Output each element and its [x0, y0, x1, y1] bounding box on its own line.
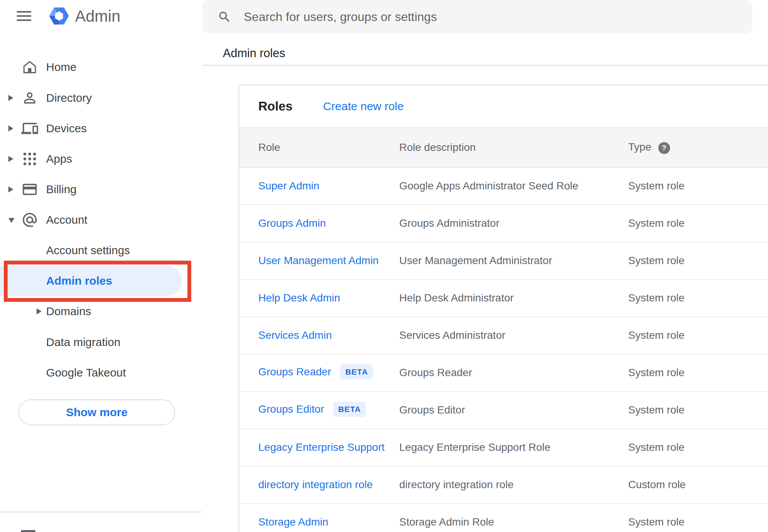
sidebar-item-google-takeout[interactable]: Google Takeout	[0, 357, 202, 388]
role-link[interactable]: Legacy Enterprise Support	[258, 441, 385, 453]
role-description-cell: Help Desk Administrator	[380, 279, 609, 317]
search-bar[interactable]	[202, 0, 752, 34]
table-row: Groups EditorBETAGroups EditorSystem rol…	[239, 391, 768, 429]
help-icon[interactable]: ?	[658, 142, 670, 154]
sidebar-item-label: Google Takeout	[46, 366, 126, 379]
sidebar-item-label: Directory	[46, 91, 92, 104]
sidebar-item-admin-roles[interactable]: Admin roles	[0, 266, 182, 296]
home-icon	[21, 59, 38, 75]
table-row: Legacy Enterprise SupportLegacy Enterpri…	[239, 429, 768, 466]
table-row: Groups ReaderBETAGroups ReaderSystem rol…	[239, 354, 768, 391]
sidebar-item-label: Billing	[46, 183, 77, 196]
role-description-cell: Services Administrator	[380, 317, 609, 354]
sidebar-item-label: Domains	[46, 305, 91, 318]
sidebar-item-label: Devices	[46, 122, 87, 135]
sidebar-item-devices[interactable]: Devices	[0, 113, 202, 144]
beta-badge: BETA	[340, 364, 373, 380]
role-type-cell: System role	[609, 354, 768, 391]
role-type: System role	[628, 329, 685, 341]
role-type-cell: System role	[609, 317, 768, 354]
role-link[interactable]: Storage Admin	[258, 516, 328, 528]
role-link[interactable]: Super Admin	[258, 180, 319, 192]
table-row: Groups AdminGroups AdministratorSystem r…	[239, 205, 768, 242]
role-link[interactable]: Groups Reader	[258, 366, 331, 378]
sidebar-divider	[0, 511, 202, 513]
role-cell: Groups Admin	[239, 205, 380, 242]
role-description-cell: Groups Reader	[380, 354, 609, 391]
sidebar-item-data-migration[interactable]: Data migration	[0, 327, 202, 357]
sidebar-item-label: Account settings	[46, 244, 130, 257]
at-email-icon	[21, 212, 38, 228]
role-type: System role	[628, 516, 685, 528]
role-link[interactable]: Groups Editor	[258, 403, 324, 415]
role-link[interactable]: Services Admin	[258, 329, 332, 341]
chevron-right-icon[interactable]	[8, 186, 13, 192]
person-icon	[21, 90, 38, 106]
role-description-cell: Legacy Enterprise Support Role	[380, 429, 609, 466]
role-description: Services Administrator	[399, 329, 506, 341]
role-type: System role	[628, 292, 685, 304]
role-type-cell: System role	[609, 279, 768, 317]
table-row: Help Desk AdminHelp Desk AdministratorSy…	[239, 279, 768, 317]
search-icon	[218, 10, 232, 24]
beta-badge: BETA	[333, 402, 366, 417]
show-more-button[interactable]: Show more	[18, 399, 175, 425]
apps-icon	[21, 151, 38, 167]
role-type: System role	[628, 217, 685, 229]
role-link[interactable]: Groups Admin	[258, 217, 326, 229]
role-description: Legacy Enterprise Support Role	[399, 441, 550, 453]
role-cell: Help Desk Admin	[239, 279, 380, 317]
table-row: Super AdminGoogle Apps Administrator See…	[239, 167, 768, 205]
role-cell: Super Admin	[239, 167, 380, 205]
role-link[interactable]: User Management Admin	[258, 255, 379, 266]
table-row: User Management AdminUser Management Adm…	[239, 242, 768, 279]
role-type: System role	[628, 180, 685, 192]
sidebar-item-label: Home	[46, 61, 77, 74]
search-input[interactable]	[243, 10, 752, 24]
role-type-cell: System role	[609, 242, 768, 279]
roles-table: Role Role description Type? Super AdminG…	[239, 127, 768, 532]
sidebar-item-account-settings[interactable]: Account settings	[0, 235, 202, 266]
role-type: Custom role	[628, 479, 686, 490]
role-description: Groups Administrator	[399, 217, 499, 229]
table-row: Services AdminServices AdministratorSyst…	[239, 317, 768, 354]
role-description-cell: directory integration role	[380, 466, 609, 503]
role-link[interactable]: Help Desk Admin	[258, 292, 340, 304]
table-row: directory integration roledirectory inte…	[239, 466, 768, 503]
role-link[interactable]: directory integration role	[258, 479, 373, 490]
sidebar-item-billing[interactable]: Billing	[0, 174, 202, 205]
devices-icon	[21, 120, 38, 137]
role-description-cell: Google Apps Administrator Seed Role	[380, 167, 609, 205]
role-description: Groups Reader	[399, 367, 472, 378]
chevron-down-icon[interactable]	[8, 218, 14, 223]
chevron-right-icon[interactable]	[8, 125, 13, 131]
sidebar-item-home[interactable]: Home	[0, 52, 202, 82]
sidebar-item-directory[interactable]: Directory	[0, 83, 202, 113]
role-type: System role	[628, 404, 685, 416]
sidebar: HomeDirectoryDevicesAppsBillingAccountAc…	[0, 0, 202, 532]
chevron-right-icon[interactable]	[8, 95, 13, 101]
create-new-role-link[interactable]: Create new role	[323, 100, 404, 113]
sidebar-item-account[interactable]: Account	[0, 205, 202, 235]
table-row: Storage AdminStorage Admin RoleSystem ro…	[239, 503, 768, 532]
column-header-role-description: Role description	[380, 128, 609, 167]
role-description: Google Apps Administrator Seed Role	[399, 180, 578, 192]
roles-card-header: Roles Create new role	[239, 85, 768, 127]
role-type-cell: System role	[609, 429, 768, 466]
role-cell: directory integration role	[239, 466, 380, 503]
role-type-cell: System role	[609, 205, 768, 242]
role-description: Storage Admin Role	[399, 516, 494, 528]
role-description: Groups Editor	[399, 404, 465, 416]
sidebar-item-domains[interactable]: Domains	[0, 296, 202, 327]
breadcrumb: Admin roles	[223, 46, 285, 60]
chevron-right-icon[interactable]	[37, 308, 42, 314]
role-description: Help Desk Administrator	[399, 292, 514, 304]
column-header-type: Type?	[609, 128, 768, 167]
sidebar-item-label: Admin roles	[46, 274, 112, 287]
chevron-right-icon[interactable]	[8, 156, 13, 162]
sidebar-item-apps[interactable]: Apps	[0, 144, 202, 174]
role-cell: Groups EditorBETA	[239, 391, 380, 429]
role-cell: Services Admin	[239, 317, 380, 354]
role-type-cell: System role	[609, 167, 768, 205]
sidebar-item-label: Apps	[46, 152, 72, 165]
